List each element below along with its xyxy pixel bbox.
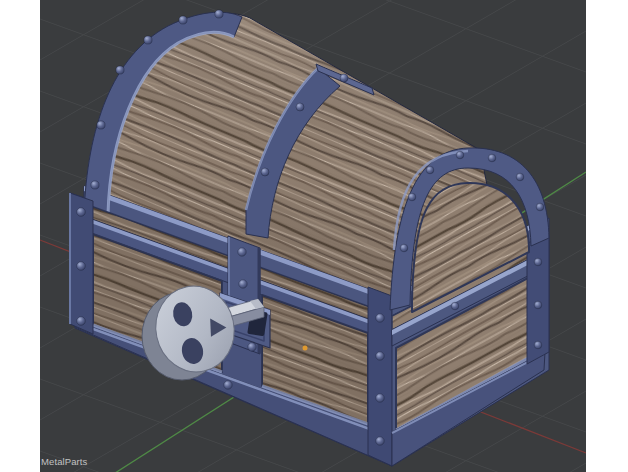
origin-dot — [303, 346, 308, 351]
page-strip-left — [0, 0, 40, 472]
page-strip-right — [586, 0, 628, 472]
viewport-3d[interactable] — [0, 0, 628, 472]
viewport-label: MetalParts — [41, 456, 87, 467]
screenshot-stage: MetalParts — [0, 0, 628, 472]
